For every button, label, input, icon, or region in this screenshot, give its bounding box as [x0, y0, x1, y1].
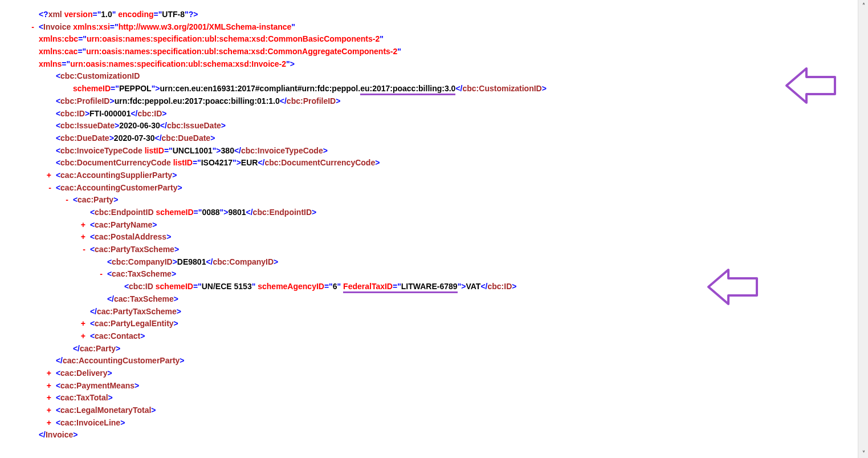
invoice-xmlns: xmlns="urn:oasis:names:specification:ubl…	[23, 58, 845, 71]
invoice-xmlns-cac: xmlns:cac="urn:oasis:names:specification…	[23, 46, 845, 58]
company-id: <cbc:CompanyID>DE9801</cbc:CompanyID>	[23, 256, 845, 269]
toggle-expand[interactable]: +	[40, 392, 51, 404]
toggle-expand[interactable]: +	[40, 404, 51, 417]
xml-declaration: <?xml version="1.0" encoding="UTF-8"?>	[23, 9, 845, 21]
tax-scheme-open: - <cac:TaxScheme>	[23, 268, 845, 281]
invoice-type-code: <cbc:InvoiceTypeCode listID="UNCL1001">3…	[23, 145, 845, 157]
toggle-expand[interactable]: +	[74, 231, 85, 244]
party-legal-entity: + <cac:PartyLegalEntity>	[23, 318, 845, 330]
party-tax-scheme-close: </cac:PartyTaxScheme>	[23, 306, 845, 318]
party-name: + <cac:PartyName>	[23, 219, 845, 232]
issue-date: <cbc:IssueDate>2020-06-30</cbc:IssueDate…	[23, 120, 845, 132]
customization-id-content: schemeID="PEPPOL">urn:cen.eu:en16931:201…	[23, 83, 845, 95]
invoice-xmlns-cbc: xmlns:cbc="urn:oasis:names:specification…	[23, 33, 845, 46]
party-open: - <cac:Party>	[23, 194, 845, 206]
tax-id: <cbc:ID schemeID="UN/ECE 5153" schemeAge…	[23, 281, 845, 293]
customer-party-close: </cac:AccountingCustomerParty>	[23, 355, 845, 367]
toggle-expand[interactable]: +	[74, 330, 85, 343]
highlighted-customization: eu:2017:poacc:billing:3.0	[360, 84, 455, 95]
due-date: <cbc:DueDate>2020-07-30</cbc:DueDate>	[23, 132, 845, 145]
toggle-collapse[interactable]: -	[57, 194, 68, 206]
toggle-collapse[interactable]: -	[91, 268, 103, 281]
payment-means: + <cac:PaymentMeans>	[23, 380, 845, 392]
toggle-expand[interactable]: +	[40, 367, 51, 380]
customer-party-open: - <cac:AccountingCustomerParty>	[23, 182, 845, 194]
scroll-up-button[interactable]: ˄	[858, 0, 868, 10]
contact: + <cac:Contact>	[23, 330, 845, 343]
toggle-collapse[interactable]: -	[23, 21, 34, 34]
highlighted-federal-tax: FederalTaxID="LITWARE-6789	[343, 282, 458, 293]
customization-id-open: <cbc:CustomizationID	[23, 70, 845, 83]
postal-address: + <cac:PostalAddress>	[23, 231, 845, 244]
scroll-down-button[interactable]: ˅	[858, 448, 868, 458]
supplier-party: + <cac:AccountingSupplierParty>	[23, 169, 845, 182]
toggle-expand[interactable]: +	[74, 318, 85, 330]
toggle-expand[interactable]: +	[40, 169, 51, 182]
legal-monetary-total: + <cac:LegalMonetaryTotal>	[23, 404, 845, 417]
endpoint-id: <cbc:EndpointID schemeID="0088">9801</cb…	[23, 206, 845, 219]
toggle-expand[interactable]: +	[40, 417, 51, 429]
toggle-expand[interactable]: +	[74, 219, 85, 232]
tax-scheme-close: </cac:TaxScheme>	[23, 293, 845, 306]
toggle-collapse[interactable]: -	[74, 244, 85, 256]
invoice-line: + <cac:InvoiceLine>	[23, 417, 845, 429]
delivery: + <cac:Delivery>	[23, 367, 845, 380]
profile-id: <cbc:ProfileID>urn:fdc:peppol.eu:2017:po…	[23, 95, 845, 108]
toggle-collapse[interactable]: -	[40, 182, 51, 194]
party-tax-scheme-open: - <cac:PartyTaxScheme>	[23, 244, 845, 256]
cbc-id: <cbc:ID>FTI-000001</cbc:ID>	[23, 108, 845, 120]
invoice-close: </Invoice>	[23, 429, 845, 441]
vertical-scrollbar[interactable]: ˄ ˅	[858, 0, 868, 458]
currency-code: <cbc:DocumentCurrencyCode listID="ISO421…	[23, 157, 845, 169]
toggle-expand[interactable]: +	[40, 380, 51, 392]
invoice-open: - <Invoice xmlns:xsi="http://www.w3.org/…	[23, 21, 845, 34]
xml-tree-view: <?xml version="1.0" encoding="UTF-8"?> -…	[0, 0, 868, 450]
party-close: </cac:Party>	[23, 343, 845, 355]
tax-total: + <cac:TaxTotal>	[23, 392, 845, 404]
